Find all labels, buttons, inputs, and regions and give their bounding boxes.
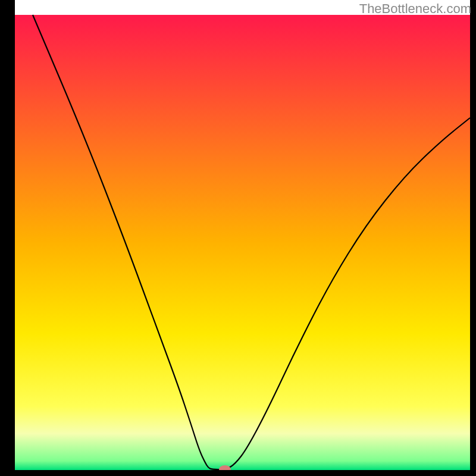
chart-container: TheBottleneck.com [0, 0, 476, 476]
frame-bottom [0, 470, 476, 476]
plot-background [15, 15, 470, 470]
frame-left [0, 0, 15, 476]
watermark-text: TheBottleneck.com [359, 1, 471, 17]
bottleneck-chart [0, 0, 476, 476]
frame-right [470, 0, 476, 476]
